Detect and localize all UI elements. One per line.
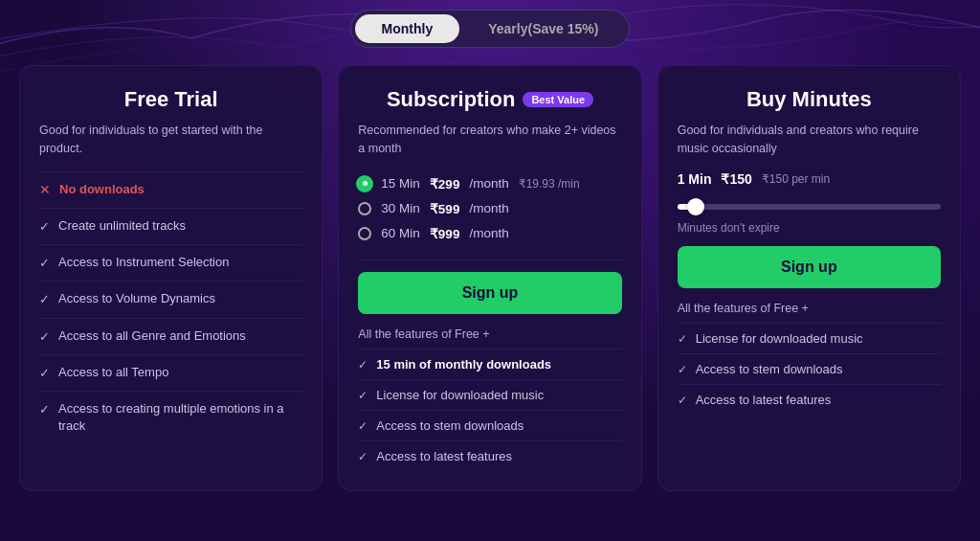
check-icon: ✓ <box>358 358 368 372</box>
feature-label: Access to all Tempo <box>58 364 168 381</box>
check-icon: ✓ <box>39 328 50 346</box>
divider <box>358 259 621 260</box>
buy-minutes-title: Buy Minutes <box>678 87 941 112</box>
sub-feature-label: Access to latest features <box>696 393 832 407</box>
free-trial-feature-4: ✓ Access to all Genre and Emotions <box>39 318 302 354</box>
check-icon: ✓ <box>39 255 50 272</box>
free-trial-card: Free Trial Good for individuals to get s… <box>19 65 323 491</box>
free-trial-feature-no-downloads: ✕ No downloads <box>39 171 302 209</box>
toggle-pill: Monthly Yearly(Save 15%) <box>350 10 631 48</box>
period-15: /month <box>469 176 508 191</box>
min-label-15: 15 Min <box>381 176 420 191</box>
minutes-slider-wrapper <box>678 196 941 214</box>
check-icon: ✓ <box>678 394 687 407</box>
x-icon: ✕ <box>39 181 51 200</box>
buy-min-label: 1 Min <box>678 171 712 187</box>
subscription-title-row: Subscription Best Value <box>358 87 621 112</box>
sub-feature-label: Access to stem downloads <box>376 418 523 433</box>
free-trial-feature-2: ✓ Access to Instrument Selection <box>39 244 302 281</box>
sub-feature-2: ✓ License for downloaded music <box>358 379 621 410</box>
radio-60[interactable] <box>358 227 371 240</box>
free-trial-feature-5: ✓ Access to all Tempo <box>39 354 302 391</box>
sub-feature-4: ✓ Access to latest features <box>358 440 621 471</box>
sub-feature-label: Access to latest features <box>376 449 512 463</box>
feature-label: Create unlimited tracks <box>58 217 186 235</box>
subscription-title: Subscription <box>387 87 515 112</box>
check-icon: ✓ <box>39 401 50 418</box>
radio-15[interactable] <box>358 177 371 191</box>
sub-feature-1: ✓ 15 min of monthly downloads <box>358 349 621 379</box>
free-trial-title: Free Trial <box>39 87 302 112</box>
sub-feature-label: 15 min of monthly downloads <box>376 357 551 372</box>
billing-toggle: Monthly Yearly(Save 15%) <box>19 10 961 48</box>
buy-sub-feature-3: ✓ Access to latest features <box>678 384 941 415</box>
subscription-signup-button[interactable]: Sign up <box>358 272 621 314</box>
buy-minutes-card: Buy Minutes Good for individuals and cre… <box>657 65 961 491</box>
no-downloads-label: No downloads <box>59 181 145 198</box>
subscription-subtitle: Recommended for creators who make 2+ vid… <box>358 122 621 158</box>
buy-minutes-subtitle: Good for individuals and creators who re… <box>678 122 941 158</box>
monthly-toggle-btn[interactable]: Monthly <box>355 14 460 43</box>
free-trial-subtitle: Good for individuals to get started with… <box>39 122 302 158</box>
subscription-card: Subscription Best Value Recommended for … <box>338 65 641 491</box>
pricing-option-30[interactable]: 30 Min ₹599 /month <box>358 196 621 221</box>
buy-minutes-sub-feature-list: ✓ License for downloaded music ✓ Access … <box>678 323 941 415</box>
best-value-badge: Best Value <box>523 92 593 107</box>
feature-label: Access to all Genre and Emotions <box>58 327 246 345</box>
pricing-options: 15 Min ₹299 /month ₹19.93 /min 30 Min ₹5… <box>358 171 621 246</box>
price-30: ₹599 <box>430 201 460 216</box>
check-icon: ✓ <box>39 365 50 382</box>
buy-sub-feature-2: ✓ Access to stem downloads <box>678 353 941 384</box>
sub-feature-label: License for downloaded music <box>376 388 544 402</box>
check-icon: ✓ <box>358 419 368 433</box>
buy-sub-feature-1: ✓ License for downloaded music <box>678 323 941 353</box>
per-min-15: ₹19.93 /min <box>519 177 580 191</box>
check-icon: ✓ <box>39 218 50 236</box>
free-trial-feature-6: ✓ Access to creating multiple emotions i… <box>39 391 302 443</box>
min-label-60: 60 Min <box>381 226 420 240</box>
expire-note: Minutes don't expire <box>678 221 941 235</box>
pricing-option-15[interactable]: 15 Min ₹299 /month ₹19.93 /min <box>358 171 621 196</box>
buy-sub-features-title: All the features of Free + <box>678 302 941 315</box>
feature-label: Access to creating multiple emotions in … <box>58 400 302 435</box>
price-15: ₹299 <box>430 176 460 192</box>
check-icon: ✓ <box>678 363 687 376</box>
check-icon: ✓ <box>358 389 368 402</box>
sub-features-title: All the features of Free + <box>358 327 621 341</box>
buy-price: ₹150 <box>721 171 751 187</box>
buy-minutes-price-row: 1 Min ₹150 ₹150 per min <box>678 171 941 187</box>
check-icon: ✓ <box>358 450 368 463</box>
free-trial-feature-1: ✓ Create unlimited tracks <box>39 208 302 244</box>
buy-per-min: ₹150 per min <box>762 172 830 186</box>
check-icon: ✓ <box>678 332 687 346</box>
period-30: /month <box>469 201 508 215</box>
minutes-slider[interactable] <box>678 204 941 210</box>
yearly-toggle-btn[interactable]: Yearly(Save 15%) <box>461 14 625 43</box>
min-label-30: 30 Min <box>381 201 420 215</box>
period-60: /month <box>469 226 508 240</box>
feature-label: Access to Volume Dynamics <box>58 290 215 307</box>
price-60: ₹999 <box>430 226 460 241</box>
feature-label: Access to Instrument Selection <box>58 254 229 271</box>
sub-feature-3: ✓ Access to stem downloads <box>358 410 621 440</box>
subscription-sub-feature-list: ✓ 15 min of monthly downloads ✓ License … <box>358 349 621 471</box>
pricing-option-60[interactable]: 60 Min ₹999 /month <box>358 221 621 246</box>
sub-feature-label: License for downloaded music <box>696 331 863 346</box>
free-trial-feature-3: ✓ Access to Volume Dynamics <box>39 281 302 317</box>
sub-feature-label: Access to stem downloads <box>696 362 843 376</box>
check-icon: ✓ <box>39 291 50 308</box>
free-trial-feature-list: ✕ No downloads ✓ Create unlimited tracks… <box>39 171 302 444</box>
buy-minutes-signup-button[interactable]: Sign up <box>678 246 941 288</box>
pricing-cards: Free Trial Good for individuals to get s… <box>19 65 961 491</box>
radio-30[interactable] <box>358 202 371 215</box>
